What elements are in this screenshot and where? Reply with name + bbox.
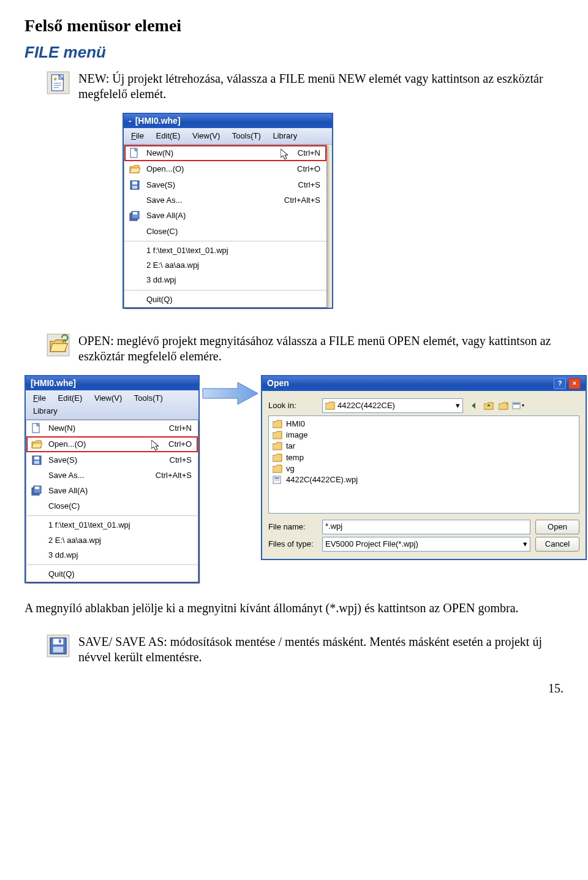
menu-item-saveas[interactable]: Save As... Ctrl+Alt+S — [124, 193, 326, 208]
svg-marker-43 — [273, 420, 282, 428]
svg-rect-49 — [274, 477, 279, 479]
menu-library[interactable]: Library — [28, 405, 62, 417]
cursor-icon — [281, 149, 289, 160]
menu-library[interactable]: Library — [268, 130, 302, 142]
list-item[interactable]: temp — [273, 452, 575, 463]
svg-rect-14 — [132, 186, 137, 189]
save-all-icon — [30, 485, 43, 496]
open-button[interactable]: Open — [535, 520, 579, 534]
menu-item-close[interactable]: Close(C) — [124, 224, 326, 239]
filetype-value: EV5000 Project File(*.wpj) — [325, 539, 418, 549]
filename-input[interactable]: *.wpj — [322, 520, 530, 534]
menu-item-save[interactable]: Save(S) Ctrl+S — [124, 177, 326, 193]
help-button-icon[interactable]: ? — [554, 378, 566, 389]
menu-item-saveall-label: Save All(A) — [146, 211, 320, 221]
open-folder-icon — [128, 164, 141, 175]
svg-rect-56 — [59, 640, 61, 643]
menu-item-open[interactable]: Open...(O) Ctrl+O — [26, 436, 198, 452]
menu-view[interactable]: View(V) — [89, 392, 127, 404]
entry-open: OPEN: meglévő projekt megnyitásához vála… — [47, 333, 564, 364]
back-icon[interactable] — [468, 400, 480, 411]
entry-new: NEW: Új projekt létrehozása, válassza a … — [47, 71, 564, 102]
cursor-icon — [151, 440, 160, 451]
menu-tools[interactable]: Tools(T) — [227, 130, 266, 142]
menu-item-recent-1[interactable]: 1 f:\text_01\text_01.wpj — [124, 243, 326, 258]
filetype-select[interactable]: EV5000 Project File(*.wpj) ▾ — [322, 537, 530, 552]
svg-rect-54 — [53, 639, 64, 645]
menu-edit[interactable]: Edit(E) — [53, 392, 88, 404]
close-button-icon[interactable]: × — [568, 378, 581, 389]
svg-rect-29 — [34, 461, 39, 464]
svg-rect-17 — [133, 212, 137, 214]
open-folder-icon — [47, 333, 70, 357]
menu-item-recent-2[interactable]: 2 E:\ aa\aa.wpj — [26, 533, 198, 548]
new-folder-icon[interactable]: ✶ — [497, 400, 510, 411]
save-icon — [47, 634, 70, 658]
menu-item-recent-3[interactable]: 3 dd.wpj — [26, 548, 198, 563]
list-item[interactable]: image — [273, 430, 575, 441]
screenshot-open-dialog: Open ? × Look in: 4422C(4422CE) ▾ — [261, 375, 587, 560]
window-titlebar: [HMI0.whe] — [26, 376, 198, 391]
svg-marker-34 — [325, 402, 334, 409]
arrow-icon — [200, 375, 261, 412]
menubar: File Edit(E) View(V) Tools(T) Library — [124, 128, 332, 145]
view-menu-icon[interactable] — [512, 400, 524, 411]
list-item[interactable]: HMI0 — [273, 419, 575, 430]
screenshot-file-menu-new: - [HMI0.whe] File Edit(E) View(V) Tools(… — [123, 113, 333, 309]
menu-file[interactable]: File — [126, 130, 149, 142]
list-item[interactable]: tar — [273, 441, 575, 452]
cancel-button[interactable]: Cancel — [535, 537, 579, 552]
svg-marker-11 — [130, 168, 140, 173]
menu-item-recent-1[interactable]: 1 f:\text_01\text_01.wpj — [26, 518, 198, 533]
filetype-label: Files of type: — [268, 539, 317, 549]
menu-item-recent-2[interactable]: 2 E:\ aa\aa.wpj — [124, 258, 326, 273]
file-list[interactable]: HMI0 image tar temp vg 4422C(4422CE).wpj — [268, 415, 579, 514]
menu-item-open[interactable]: Open...(O) Ctrl+O — [124, 161, 326, 177]
menu-file[interactable]: File — [28, 392, 51, 404]
lookin-label: Look in: — [268, 401, 317, 411]
menu-item-saveas[interactable]: Save As...Ctrl+Alt+S — [26, 468, 198, 483]
svg-marker-47 — [273, 465, 282, 472]
window-title: [HMI0.whe] — [31, 378, 76, 389]
menu-view[interactable]: View(V) — [187, 130, 225, 142]
save-icon — [30, 455, 43, 466]
up-folder-icon[interactable] — [483, 400, 495, 411]
svg-rect-55 — [53, 647, 64, 653]
window-titlebar: - [HMI0.whe] — [124, 114, 332, 129]
open-dialog-title: Open — [267, 378, 289, 389]
svg-rect-32 — [35, 487, 39, 489]
menu-edit[interactable]: Edit(E) — [151, 130, 186, 142]
open-folder-icon — [30, 439, 43, 450]
svg-marker-26 — [151, 440, 159, 450]
svg-rect-50 — [274, 479, 279, 480]
svg-marker-45 — [273, 442, 282, 450]
svg-point-3 — [54, 77, 57, 80]
menu-item-close-label: Close(C) — [146, 227, 320, 237]
menu-item-save-shortcut: Ctrl+S — [298, 180, 320, 190]
svg-rect-28 — [34, 457, 39, 460]
menu-item-saveall[interactable]: Save All(A) — [26, 483, 198, 499]
save-icon — [128, 180, 141, 191]
menu-item-new[interactable]: New(N) Ctrl+N — [124, 145, 326, 161]
section-subtitle: FILE menü — [24, 42, 564, 63]
menu-item-close[interactable]: Close(C) — [26, 499, 198, 514]
lookin-value: 4422C(4422CE) — [337, 401, 395, 411]
svg-rect-41 — [513, 403, 519, 404]
svg-text:✶: ✶ — [505, 401, 508, 407]
menu-item-new[interactable]: New(N) Ctrl+N — [26, 420, 198, 436]
menu-item-recent-3[interactable]: 3 dd.wpj — [124, 273, 326, 287]
menu-tools[interactable]: Tools(T) — [129, 392, 168, 404]
list-item[interactable]: 4422C(4422CE).wpj — [273, 474, 575, 485]
window-title: [HMI0.whe] — [135, 116, 181, 127]
menu-item-new-shortcut: Ctrl+N — [298, 148, 320, 158]
entry-new-text: NEW: Új projekt létrehozása, válassza a … — [78, 71, 564, 102]
menu-item-saveas-label: Save As... — [146, 195, 279, 205]
lookin-select[interactable]: 4422C(4422CE) ▾ — [322, 398, 463, 413]
open-note-paragraph: A megnyíló ablakban jelölje ki a megnyit… — [24, 601, 564, 616]
list-item[interactable]: vg — [273, 463, 575, 474]
menu-item-save[interactable]: Save(S) Ctrl+S — [26, 452, 198, 468]
page-number: 15. — [24, 681, 564, 696]
menu-item-quit[interactable]: Quit(Q) — [124, 292, 326, 307]
menu-item-quit[interactable]: Quit(Q) — [26, 567, 198, 582]
menu-item-saveall[interactable]: Save All(A) — [124, 208, 326, 224]
